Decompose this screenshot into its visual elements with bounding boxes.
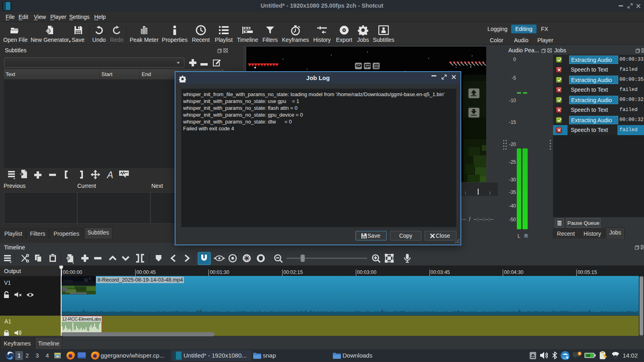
svg-text:68: 68 [586, 354, 590, 358]
svg-text:A: A [106, 170, 113, 180]
